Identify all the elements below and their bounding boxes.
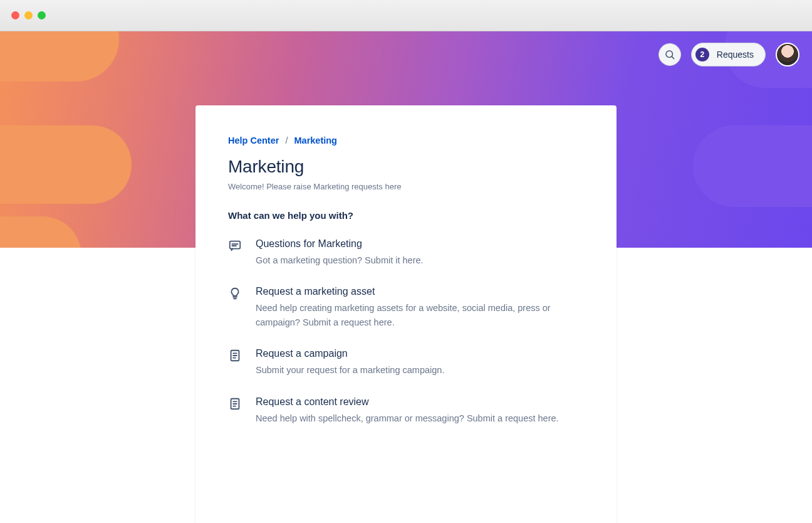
request-type-desc: Need help creating marketing assets for …: [256, 301, 584, 329]
window-zoom-button[interactable]: [38, 11, 46, 19]
search-icon: [664, 49, 675, 60]
top-controls: 2 Requests: [658, 43, 799, 66]
request-type-body: Questions for Marketing Got a marketing …: [256, 238, 584, 267]
avatar[interactable]: [776, 43, 799, 66]
decorative-shape: [693, 125, 812, 207]
request-type-desc: Need help with spellcheck, grammar or me…: [256, 411, 584, 425]
chat-icon: [228, 239, 242, 253]
window-close-button[interactable]: [11, 11, 19, 19]
page-subtitle: Welcome! Please raise Marketing requests…: [228, 182, 584, 191]
breadcrumb-root[interactable]: Help Center: [228, 135, 279, 145]
window-titlebar: [0, 0, 812, 31]
request-type-item[interactable]: Request a campaign Submit your request f…: [228, 348, 584, 377]
request-type-desc: Submit your request for a marketing camp…: [256, 363, 584, 377]
svg-line-1: [672, 56, 674, 59]
request-type-title: Questions for Marketing: [256, 238, 584, 250]
request-type-body: Request a campaign Submit your request f…: [256, 348, 584, 377]
requests-label: Requests: [717, 50, 754, 60]
main-card: Help Center / Marketing Marketing Welcom…: [195, 105, 617, 523]
page-title: Marketing: [228, 157, 584, 177]
breadcrumb-separator: /: [281, 135, 291, 145]
lightbulb-icon: [228, 287, 242, 300]
request-type-body: Request a marketing asset Need help crea…: [256, 286, 584, 329]
clipboard-icon: [228, 349, 242, 362]
decorative-shape: [0, 125, 132, 204]
decorative-shape: [0, 31, 119, 82]
request-type-item[interactable]: Request a content review Need help with …: [228, 396, 584, 425]
search-button[interactable]: [658, 43, 681, 66]
requests-button[interactable]: 2 Requests: [691, 43, 766, 66]
decorative-shape: [0, 216, 81, 248]
requests-count-badge: 2: [695, 48, 709, 61]
request-type-list: Questions for Marketing Got a marketing …: [228, 238, 584, 425]
request-type-body: Request a content review Need help with …: [256, 396, 584, 425]
request-type-item[interactable]: Questions for Marketing Got a marketing …: [228, 238, 584, 267]
request-type-title: Request a content review: [256, 396, 584, 408]
svg-rect-2: [230, 241, 241, 249]
window-minimize-button[interactable]: [24, 11, 33, 19]
breadcrumb: Help Center / Marketing: [228, 135, 584, 145]
section-heading: What can we help you with?: [228, 210, 584, 221]
request-type-item[interactable]: Request a marketing asset Need help crea…: [228, 286, 584, 329]
request-type-desc: Got a marketing question? Submit it here…: [256, 253, 584, 267]
request-type-title: Request a campaign: [256, 348, 584, 359]
request-type-title: Request a marketing asset: [256, 286, 584, 297]
breadcrumb-current[interactable]: Marketing: [294, 135, 337, 145]
clipboard-icon: [228, 397, 242, 411]
